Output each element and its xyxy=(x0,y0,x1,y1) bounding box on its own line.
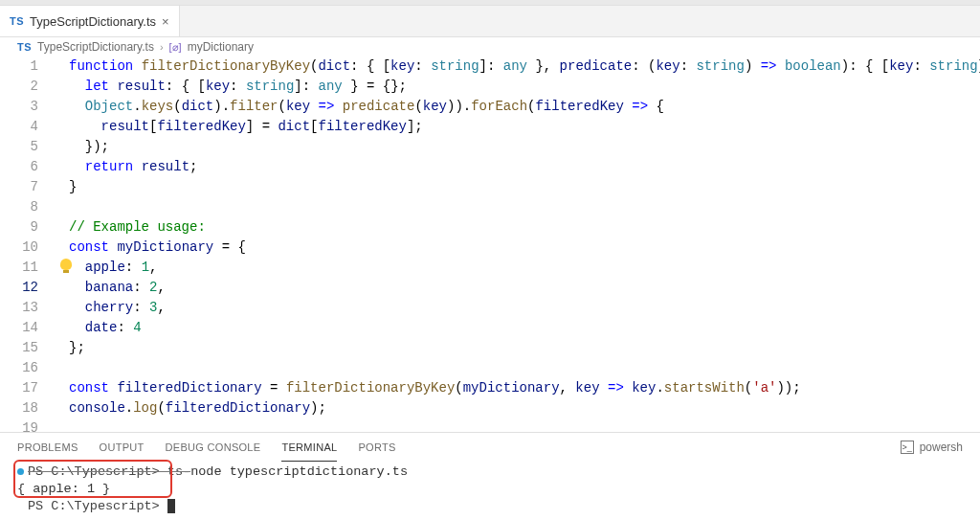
terminal[interactable]: PS C:\Typescript> ts-node typescriptdict… xyxy=(0,462,980,520)
line-number: 19 xyxy=(0,418,57,439)
chevron-right-icon: › xyxy=(160,41,164,53)
terminal-cursor xyxy=(167,499,175,513)
line-number: 8 xyxy=(0,197,57,217)
code-line[interactable]: // Example usage: xyxy=(57,217,980,237)
panel-tab-debug-console[interactable]: DEBUG CONSOLE xyxy=(166,434,261,461)
panel-tab-ports[interactable]: PORTS xyxy=(358,434,395,461)
terminal-command: node typescriptdictionary.ts xyxy=(190,464,408,479)
code-line[interactable]: } xyxy=(57,177,980,197)
code-line[interactable]: banana: 2, xyxy=(57,278,980,298)
code-line[interactable]: apple: 1, xyxy=(57,258,980,278)
code-editor[interactable]: 12345678910111213141516171819 function f… xyxy=(0,57,980,432)
code-line[interactable]: let result: { [key: string]: any } = {}; xyxy=(57,77,980,97)
line-number: 14 xyxy=(0,318,57,338)
lightbulb-icon[interactable] xyxy=(60,259,72,270)
code-line[interactable]: result[filteredKey] = dict[filteredKey]; xyxy=(57,117,980,137)
line-number: 2 xyxy=(0,77,57,97)
breadcrumb[interactable]: TS TypeScriptDictionary.ts › [⌀] myDicti… xyxy=(0,37,980,57)
line-number: 5 xyxy=(0,137,57,157)
line-number: 3 xyxy=(0,97,57,117)
line-number: 4 xyxy=(0,117,57,137)
code-line[interactable]: }; xyxy=(57,338,980,358)
ts-file-icon: TS xyxy=(17,41,32,53)
code-line[interactable] xyxy=(57,358,980,378)
panel-right-controls: >_powersh xyxy=(901,441,963,454)
line-number: 10 xyxy=(0,237,57,258)
code-line[interactable]: console.log(filteredDictionary); xyxy=(57,398,980,418)
code-line[interactable]: Object.keys(dict).filter(key => predicat… xyxy=(57,97,980,117)
tab-bar: TS TypeScriptDictionary.ts × xyxy=(0,6,980,37)
line-number: 7 xyxy=(0,177,57,197)
terminal-profile-label[interactable]: powersh xyxy=(920,441,963,454)
close-icon[interactable]: × xyxy=(162,14,169,29)
line-number: 1 xyxy=(0,57,57,77)
code-line[interactable]: const filteredDictionary = filterDiction… xyxy=(57,378,980,398)
tab-title: TypeScriptDictionary.ts xyxy=(30,14,156,29)
breadcrumb-file[interactable]: TypeScriptDictionary.ts xyxy=(37,40,154,54)
code-line[interactable] xyxy=(57,197,980,217)
terminal-profile-icon[interactable]: >_ xyxy=(901,441,914,454)
code-line[interactable]: cherry: 3, xyxy=(57,298,980,318)
line-number: 12 xyxy=(0,278,57,298)
line-number: 18 xyxy=(0,398,57,418)
line-number-gutter: 12345678910111213141516171819 xyxy=(0,57,57,432)
line-number: 9 xyxy=(0,217,57,237)
code-line[interactable]: const myDictionary = { xyxy=(57,237,980,258)
code-area[interactable]: function filterDictionaryByKey(dict: { [… xyxy=(57,57,980,432)
terminal-line: PS C:\Typescript> xyxy=(17,498,963,515)
line-number: 11 xyxy=(0,258,57,278)
ts-file-icon: TS xyxy=(10,15,24,27)
panel-tab-bar: PROBLEMSOUTPUTDEBUG CONSOLETERMINALPORTS… xyxy=(0,433,980,462)
code-line[interactable] xyxy=(57,418,980,432)
symbol-variable-icon: [⌀] xyxy=(169,41,182,54)
editor-tab[interactable]: TS TypeScriptDictionary.ts × xyxy=(0,6,180,36)
code-line[interactable]: function filterDictionaryByKey(dict: { [… xyxy=(57,57,980,77)
bottom-panel: PROBLEMSOUTPUTDEBUG CONSOLETERMINALPORTS… xyxy=(0,432,980,520)
line-number: 15 xyxy=(0,338,57,358)
terminal-prompt: PS C:\Typescript> xyxy=(28,499,160,513)
highlight-box xyxy=(13,460,172,498)
code-line[interactable]: return result; xyxy=(57,157,980,177)
panel-tab-terminal[interactable]: TERMINAL xyxy=(281,434,337,462)
code-line[interactable]: }); xyxy=(57,137,980,157)
line-number: 16 xyxy=(0,358,57,378)
breadcrumb-symbol[interactable]: myDictionary xyxy=(188,40,254,54)
code-line[interactable]: date: 4 xyxy=(57,318,980,338)
line-number: 6 xyxy=(0,157,57,177)
panel-tab-output[interactable]: OUTPUT xyxy=(100,434,145,461)
line-number: 13 xyxy=(0,298,57,318)
line-number: 17 xyxy=(0,378,57,398)
